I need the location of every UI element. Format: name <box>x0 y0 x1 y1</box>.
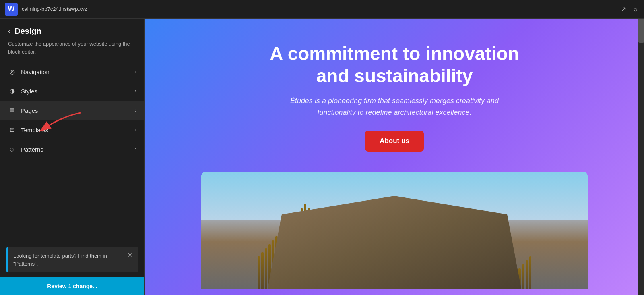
building-slat <box>529 256 532 289</box>
templates-label: Templates <box>21 127 130 133</box>
external-link-icon[interactable]: ↗ <box>619 4 628 15</box>
site-url: calming-bb7c24.instawp.xyz <box>22 6 615 12</box>
building-slat <box>522 264 524 289</box>
pages-label: Pages <box>21 107 130 114</box>
back-button[interactable]: ‹ <box>8 27 10 35</box>
search-icon[interactable]: ⌕ <box>632 4 639 15</box>
styles-icon: ◑ <box>8 87 16 95</box>
templates-icon: ⊞ <box>8 126 16 134</box>
about-us-button[interactable]: About us <box>365 131 424 152</box>
sidebar-menu: ◎ Navigation › ◑ Styles › ▤ Pages › ⊞ Te… <box>0 62 144 242</box>
patterns-icon: ◇ <box>8 145 16 153</box>
pages-icon: ▤ <box>8 106 16 114</box>
navigation-label: Navigation <box>21 69 130 75</box>
sidebar-item-patterns[interactable]: ◇ Patterns › <box>0 139 144 159</box>
building-slat <box>526 260 528 289</box>
building-slat <box>261 252 264 289</box>
hero-section: A commitment to innovation and sustainab… <box>213 19 576 168</box>
building-image <box>201 172 588 289</box>
patterns-label: Patterns <box>21 146 130 153</box>
notification-box: Looking for template parts? Find them in… <box>6 247 138 272</box>
sidebar-description: Customize the appearance of your website… <box>0 40 144 62</box>
sidebar-item-navigation[interactable]: ◎ Navigation › <box>0 62 144 81</box>
review-button[interactable]: Review 1 change... <box>0 277 144 295</box>
scrollbar-track[interactable] <box>638 19 644 295</box>
patterns-chevron: › <box>135 146 136 152</box>
notification-text: Looking for template parts? Find them in… <box>13 252 124 268</box>
navigation-chevron: › <box>135 69 136 75</box>
sidebar-item-pages[interactable]: ▤ Pages › <box>0 101 144 120</box>
sidebar-item-styles[interactable]: ◑ Styles › <box>0 81 144 101</box>
hero-subtitle: Études is a pioneering firm that seamles… <box>282 95 507 118</box>
wp-logo[interactable]: W <box>5 3 18 16</box>
preview-area: A commitment to innovation and sustainab… <box>145 19 644 295</box>
hero-title: A commitment to innovation and sustainab… <box>254 43 535 87</box>
main-layout: ‹ Design Customize the appearance of you… <box>0 19 644 295</box>
building-slat <box>265 248 267 289</box>
topbar: W calming-bb7c24.instawp.xyz ↗ ⌕ <box>0 0 644 19</box>
sidebar-header: ‹ Design <box>0 19 144 40</box>
navigation-icon: ◎ <box>8 68 16 76</box>
styles-chevron: › <box>135 88 136 94</box>
sidebar-item-templates[interactable]: ⊞ Templates › <box>0 120 144 139</box>
sidebar: ‹ Design Customize the appearance of you… <box>0 19 145 295</box>
sidebar-title: Design <box>14 27 41 36</box>
styles-label: Styles <box>21 88 130 95</box>
notification-close-button[interactable]: ✕ <box>128 252 132 258</box>
templates-chevron: › <box>135 127 136 133</box>
building-slat <box>258 256 260 289</box>
pages-chevron: › <box>135 108 136 113</box>
scrollbar-thumb[interactable] <box>638 19 644 43</box>
